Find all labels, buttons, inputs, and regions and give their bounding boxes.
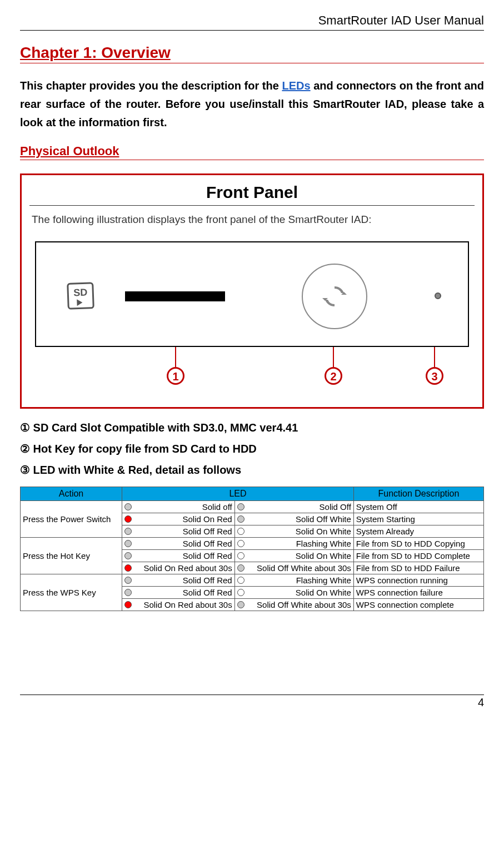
led-cell: Solid On White [234, 550, 353, 562]
action-cell: Press the WPS Key [21, 574, 122, 611]
led-dot-icon [237, 515, 244, 523]
sd-card-icon: SD [67, 282, 94, 310]
callout-3: 3 [434, 347, 435, 367]
led-cell: Solid On White [234, 587, 353, 599]
led-dot-icon [124, 564, 132, 572]
th-led: LED [122, 487, 354, 501]
card-slot-icon [125, 291, 225, 301]
led-dot-icon [237, 503, 244, 510]
sync-arrows-icon [321, 282, 348, 310]
page-number: 4 [20, 695, 484, 709]
callout-1: 1 [175, 347, 176, 367]
led-cell: Solid On Red [122, 513, 235, 525]
chapter-title: Chapter 1: Overview [20, 44, 484, 63]
hot-key-ring-icon [302, 264, 367, 329]
callout-2-label: 2 [325, 367, 342, 385]
func-cell: System Starting [353, 513, 483, 525]
bullet-3: ③ LED with White & Red, detail as follow… [20, 463, 484, 477]
func-cell: System Off [353, 501, 483, 513]
led-cell: Solid Off White about 30s [234, 599, 353, 611]
led-dot-icon [124, 540, 132, 547]
led-indicator-icon [435, 292, 441, 299]
led-dot-icon [124, 528, 132, 535]
led-cell: Solid Off White about 30s [234, 562, 353, 574]
th-action: Action [21, 487, 122, 501]
callout-2: 2 [333, 347, 334, 367]
func-cell: WPS connection failure [353, 587, 483, 599]
led-cell: Solid Off Red [122, 550, 235, 562]
led-cell: Solid On Red about 30s [122, 562, 235, 574]
led-cell: Flashing White [234, 538, 353, 550]
section-physical-outlook: Physical Outlook [20, 144, 484, 160]
table-row: Press the Hot KeySolid Off RedFlashing W… [21, 538, 484, 550]
led-cell: Solid On Red about 30s [122, 599, 235, 611]
led-cell: Solid Off Red [122, 525, 235, 538]
action-cell: Press the Hot Key [21, 538, 122, 574]
led-dot-icon [124, 601, 132, 608]
led-dot-icon [237, 540, 244, 547]
document-header: SmartRouter IAD User Manual [20, 13, 484, 31]
th-func: Function Description [353, 487, 483, 501]
bullet-1: ① SD Card Slot Compatible with SD3.0, MM… [20, 421, 484, 434]
front-panel-box: Front Panel The following illustration d… [20, 173, 484, 409]
callout-3-label: 3 [426, 367, 443, 385]
led-dot-icon [237, 528, 244, 535]
func-cell: System Already [353, 525, 483, 538]
led-dot-icon [237, 601, 244, 608]
led-cell: Solid off [122, 501, 235, 513]
led-dot-icon [124, 577, 132, 584]
func-cell: WPS connection complete [353, 599, 483, 611]
led-cell: Solid Off White [234, 513, 353, 525]
led-cell: Solid Off Red [122, 538, 235, 550]
table-header-row: Action LED Function Description [21, 487, 484, 501]
led-dot-icon [237, 552, 244, 559]
intro-text-1: This chapter provides you the descriptio… [20, 80, 282, 92]
func-cell: WPS connection running [353, 574, 483, 587]
led-table: Action LED Function Description Press th… [20, 487, 484, 611]
sd-label: SD [73, 287, 88, 299]
led-cell: Solid Off [234, 501, 353, 513]
led-dot-icon [124, 515, 132, 523]
intro-paragraph: This chapter provides you the descriptio… [20, 77, 484, 132]
led-cell: Solid Off Red [122, 574, 235, 587]
led-dot-icon [124, 552, 132, 559]
table-row: Press the Power SwitchSolid offSolid Off… [21, 501, 484, 513]
front-panel-description: The following illustration displays the … [29, 214, 475, 226]
led-dot-icon [124, 503, 132, 510]
func-cell: File from SD to HDD Failure [353, 562, 483, 574]
table-row: Press the WPS KeySolid Off RedFlashing W… [21, 574, 484, 587]
led-dot-icon [237, 564, 244, 572]
led-dot-icon [124, 589, 132, 596]
callout-1-label: 1 [167, 367, 184, 385]
bullet-2: ② Hot Key for copy file from SD Card to … [20, 442, 484, 455]
led-cell: Solid On White [234, 525, 353, 538]
led-cell: Solid Off Red [122, 587, 235, 599]
front-panel-title: Front Panel [29, 183, 475, 206]
func-cell: File from SD to HDD Complete [353, 550, 483, 562]
led-dot-icon [237, 589, 244, 596]
func-cell: File from SD to HDD Copying [353, 538, 483, 550]
action-cell: Press the Power Switch [21, 501, 122, 538]
led-dot-icon [237, 577, 244, 584]
leds-link[interactable]: LEDs [282, 80, 310, 92]
led-cell: Flashing White [234, 574, 353, 587]
device-front-illustration: SD [35, 241, 469, 347]
callout-row: 1 2 3 [35, 347, 469, 391]
